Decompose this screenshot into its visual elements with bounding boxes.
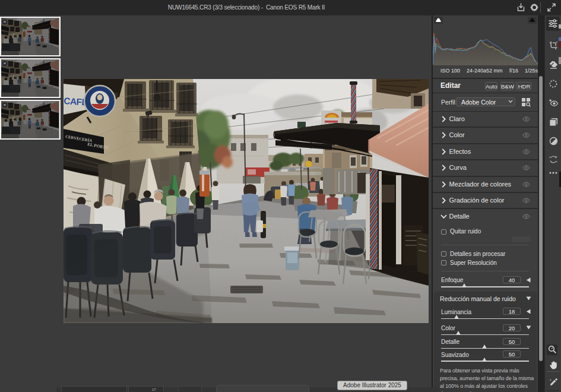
svg-text:1/25s: 1/25s (525, 68, 538, 74)
svg-text:24-240a52 mm: 24-240a52 mm (467, 68, 503, 74)
svg-text:ISO 100: ISO 100 (440, 68, 460, 74)
svg-text:f/16: f/16 (509, 68, 518, 74)
